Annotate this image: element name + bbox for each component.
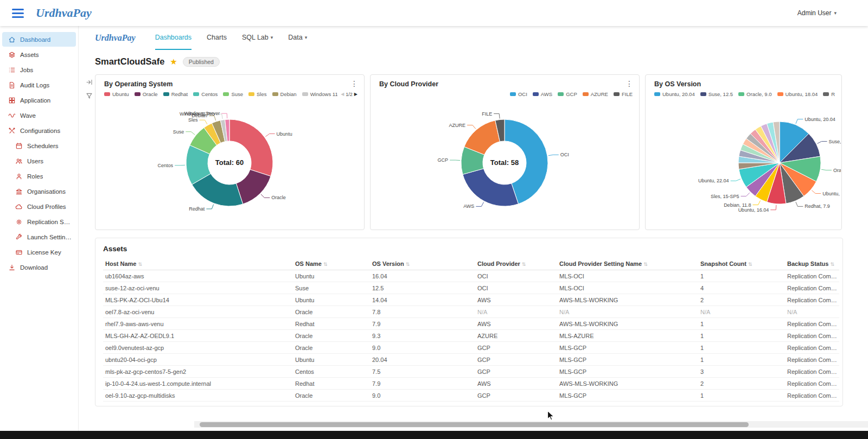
table-cell: Replication Completed xyxy=(785,318,839,330)
kebab-menu-icon[interactable]: ⋮ xyxy=(350,80,358,87)
table-row: ubntu20-04-oci-gcpUbuntu20.04GCPMLS-GCP1… xyxy=(103,354,839,366)
slice-ubuntu[interactable] xyxy=(229,119,273,176)
sidebar-item-download[interactable]: Download xyxy=(2,260,76,275)
table-cell: 7.5 xyxy=(370,366,475,378)
legend-swatch xyxy=(558,92,564,96)
document-icon xyxy=(8,81,16,89)
legend-label: Ubuntu, 20.04 xyxy=(662,91,695,97)
legend-item-ubuntu-20-04[interactable]: Ubuntu, 20.04 xyxy=(654,91,695,97)
slice-label: Suse, 12.5 xyxy=(829,139,841,144)
slice-label: FILE xyxy=(482,111,492,117)
slice-label: Centos xyxy=(158,163,174,168)
legend-item-sles[interactable]: Sles xyxy=(248,91,266,97)
sidebar-item-label: Download xyxy=(20,264,48,271)
column-header-snapshot-count[interactable]: Snapshot Count⇅ xyxy=(698,258,785,270)
chart-donut: UbuntuOracleRedhatCentosSuseSlesDebianWi… xyxy=(103,99,356,228)
chart-card-by-cloud-provider: By Cloud Provider⋮OCIAWSGCPAZUREFILEOCIA… xyxy=(370,74,640,230)
user-menu[interactable]: Admin User ▾ xyxy=(797,9,858,17)
table-cell: Ubuntu xyxy=(293,294,370,306)
sidebar-item-application[interactable]: Application xyxy=(2,93,76,107)
horizontal-scrollbar[interactable] xyxy=(194,421,868,428)
legend-item-ubuntu[interactable]: Ubuntu xyxy=(104,91,129,97)
column-header-cloud-provider-setting-name[interactable]: Cloud Provider Setting Name⇅ xyxy=(557,258,698,270)
sidebar-item-jobs[interactable]: Jobs xyxy=(2,62,76,77)
tab-charts[interactable]: Charts xyxy=(207,26,227,50)
table-cell: 3 xyxy=(698,366,785,378)
slice-label: Redhat xyxy=(189,206,205,212)
grid-icon xyxy=(8,97,16,104)
filter-funnel-icon[interactable] xyxy=(86,92,93,99)
legend-prev-icon[interactable]: ◀ xyxy=(341,92,344,97)
sidebar-item-label: Schedulers xyxy=(27,143,59,149)
legend-item-file[interactable]: FILE xyxy=(614,91,633,97)
sidebar-item-dashboard[interactable]: Dashboard xyxy=(2,32,76,47)
table-cell: 20.04 xyxy=(370,354,475,366)
kebab-menu-icon[interactable]: ⋮ xyxy=(626,80,633,87)
legend-item-aws[interactable]: AWS xyxy=(533,91,552,97)
sort-icon: ⇅ xyxy=(830,262,834,267)
column-header-os-name[interactable]: OS Name⇅ xyxy=(293,258,370,270)
sidebar-item-label: Users xyxy=(27,158,43,164)
legend-item-oracle-9-0[interactable]: Oracle, 9.0 xyxy=(738,91,771,97)
slice-label: OCI xyxy=(560,152,569,157)
legend-item-redhat-7-9[interactable]: Redhat, 7.9 xyxy=(823,91,835,97)
legend-item-centos[interactable]: Centos xyxy=(193,91,218,97)
dashboard-logo[interactable]: UrdhvaPay xyxy=(95,33,136,43)
tab-sql-lab[interactable]: SQL Lab▾ xyxy=(242,26,273,50)
main-content: UrdhvaPay DashboardsChartsSQL Lab▾Data▾ … xyxy=(79,26,868,431)
column-header-label: Host Name xyxy=(105,260,136,267)
table-cell: oel9.0venutest-az-gcp xyxy=(103,342,293,354)
scrollbar-thumb[interactable] xyxy=(200,422,749,427)
legend-item-suse-12-5[interactable]: Suse, 12.5 xyxy=(700,91,733,97)
slice-aws[interactable] xyxy=(463,169,519,206)
legend-next-icon[interactable]: ▶ xyxy=(354,92,358,97)
table-cell: MLS-OCI xyxy=(557,282,698,294)
table-cell: Oracle xyxy=(293,342,370,354)
sidebar-item-license-key[interactable]: License Key xyxy=(2,245,76,259)
sidebar-item-roles[interactable]: Roles xyxy=(2,169,76,183)
legend-label: Sles xyxy=(257,91,266,97)
sidebar-item-replication-settings[interactable]: Replication Settings xyxy=(2,214,76,229)
sidebar-item-organisations[interactable]: Organisations xyxy=(2,184,76,199)
menu-icon[interactable] xyxy=(12,9,24,18)
sidebar-item-cloud-profiles[interactable]: Cloud Profiles xyxy=(2,199,76,214)
expand-filter-bar-icon[interactable] xyxy=(86,79,93,86)
column-header-host-name[interactable]: Host Name⇅ xyxy=(103,258,293,270)
cloud-icon xyxy=(15,203,23,211)
favorite-star-icon[interactable]: ★ xyxy=(170,57,177,67)
legend-page-number: 1/2 xyxy=(346,92,353,97)
table-row: rhel7.9-aws-aws-venuRedhat7.9AWSAWS-MLS-… xyxy=(103,318,839,330)
table-row: ip-10-0-4-24.us-west-1.compute.internalR… xyxy=(103,378,839,390)
slice-label: Debian, 11.8 xyxy=(724,202,751,208)
sidebar-item-launch-settings[interactable]: Launch Settings xyxy=(2,230,76,244)
table-cell: oel-9.10-az-gcp-multidisks xyxy=(103,390,293,402)
legend-item-debian[interactable]: Debian xyxy=(272,91,297,97)
legend-item-suse[interactable]: Suse xyxy=(223,91,243,97)
legend-item-windows-11-pro[interactable]: Windows 11 Pro xyxy=(302,91,338,97)
tab-dashboards[interactable]: Dashboards xyxy=(155,26,192,50)
sidebar-item-users[interactable]: Users xyxy=(2,154,76,168)
column-header-backup-status[interactable]: Backup Status⇅ xyxy=(785,258,839,270)
legend-item-gcp[interactable]: GCP xyxy=(558,91,577,97)
legend-item-azure[interactable]: AZURE xyxy=(583,91,608,97)
sidebar-item-schedulers[interactable]: Schedulers xyxy=(2,138,76,153)
column-header-cloud-provider[interactable]: Cloud Provider⇅ xyxy=(475,258,557,270)
legend-item-ubuntu-18-04[interactable]: Ubuntu, 18.04 xyxy=(777,91,818,97)
tab-label: Charts xyxy=(207,34,227,41)
table-cell: Replication Completed xyxy=(785,270,839,282)
calendar-icon xyxy=(15,142,23,150)
sidebar-item-wave[interactable]: Wave xyxy=(2,108,76,123)
tab-data[interactable]: Data▾ xyxy=(288,26,307,50)
legend-label: Windows 11 Pro xyxy=(310,91,338,97)
legend-item-oracle[interactable]: Oracle xyxy=(135,91,158,97)
legend-item-redhat[interactable]: Redhat xyxy=(163,91,188,97)
table-cell: MLS-GH-AZ-AZ-OEDL9.1 xyxy=(103,330,293,342)
column-header-label: Snapshot Count xyxy=(700,260,746,267)
column-header-os-version[interactable]: OS Version⇅ xyxy=(370,258,475,270)
sidebar-item-audit-logs[interactable]: Audit Logs xyxy=(2,78,76,92)
legend-item-oci[interactable]: OCI xyxy=(510,91,527,97)
sidebar-item-configurations[interactable]: Configurations xyxy=(2,123,76,138)
sidebar-item-label: Organisations xyxy=(27,188,66,195)
sidebar-item-label: Configurations xyxy=(20,128,60,134)
sidebar-item-assets[interactable]: Assets xyxy=(2,47,76,62)
